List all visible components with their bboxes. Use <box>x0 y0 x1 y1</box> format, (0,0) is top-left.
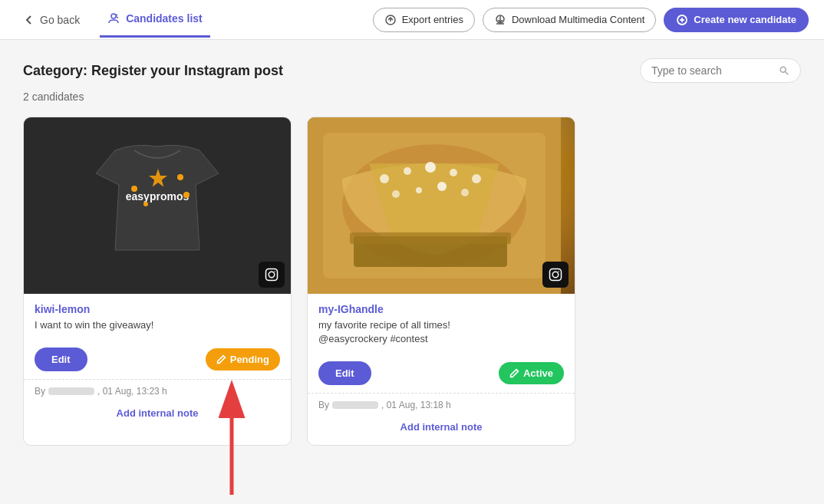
pencil-icon-1 <box>216 354 226 364</box>
by-label-2: By <box>318 400 329 410</box>
download-icon <box>494 14 506 26</box>
svg-point-16 <box>274 271 275 272</box>
svg-point-0 <box>111 14 116 18</box>
instagram-icon-1 <box>265 268 279 282</box>
svg-point-32 <box>552 272 559 278</box>
svg-point-15 <box>269 272 275 278</box>
card-desc-1: I want to win the giveaway! <box>35 318 280 332</box>
create-new-candidate-button[interactable]: Create new candidate <box>664 8 809 32</box>
card-footer-by-2: By , 01 Aug, 13:18 h <box>318 400 564 410</box>
svg-point-12 <box>183 192 190 198</box>
svg-point-24 <box>472 174 481 183</box>
card-footer-2: By , 01 Aug, 13:18 h Add internal note <box>308 393 575 445</box>
header-actions: Export entries Download Multimedia Conte… <box>373 8 809 32</box>
title-row: Category: Register your Instagram post <box>23 58 801 83</box>
go-back-button[interactable]: Go back <box>15 9 87 31</box>
candidates-icon <box>107 12 120 25</box>
card-desc-line1-2: my favorite recipe of all times! <box>318 319 450 331</box>
candidates-list-tab[interactable]: Candidates list <box>100 2 210 38</box>
by-label-1: By <box>35 386 45 397</box>
candidates-count: 2 candidates <box>23 91 801 103</box>
candidate-card-2: my-IGhandle my favorite recipe of all ti… <box>307 117 575 446</box>
export-entries-label: Export entries <box>402 14 463 25</box>
date-label-2: , 01 Aug, 13:18 h <box>381 400 451 410</box>
svg-point-26 <box>416 187 422 193</box>
export-entries-button[interactable]: Export entries <box>373 8 475 32</box>
svg-rect-31 <box>550 269 562 281</box>
card-image-1: easypromos <box>24 117 291 294</box>
svg-point-33 <box>558 271 559 272</box>
status-badge-1[interactable]: Pending <box>206 348 280 371</box>
status-label-2: Active <box>523 367 553 379</box>
tshirt-content: easypromos <box>73 127 242 284</box>
download-multimedia-button[interactable]: Download Multimedia Content <box>483 8 656 32</box>
svg-point-25 <box>392 190 400 198</box>
edit-button-2[interactable]: Edit <box>318 361 371 385</box>
card-actions-1: Edit Pending <box>24 348 291 379</box>
card-image-2 <box>308 117 575 294</box>
food-image <box>308 117 575 294</box>
card-footer-1: By , 01 Aug, 13:23 h Add internal note <box>24 379 291 431</box>
card-body-1: kiwi-lemon I want to win the giveaway! <box>24 294 291 348</box>
svg-rect-14 <box>266 269 278 281</box>
svg-point-27 <box>437 182 447 191</box>
plus-circle-icon <box>676 14 688 26</box>
date-label-1: , 01 Aug, 13:23 h <box>97 386 167 397</box>
export-icon <box>384 14 397 26</box>
card-body-2: my-IGhandle my favorite recipe of all ti… <box>308 294 575 361</box>
svg-point-21 <box>404 167 411 175</box>
pencil-icon-2 <box>509 368 519 378</box>
search-input[interactable] <box>651 64 773 77</box>
download-multimedia-label: Download Multimedia Content <box>512 14 644 25</box>
content: Category: Register your Instagram post 2… <box>0 40 824 464</box>
instagram-badge-1 <box>259 262 285 288</box>
card-actions-2: Edit Active <box>308 361 575 393</box>
card-footer-by-1: By , 01 Aug, 13:23 h <box>35 386 280 397</box>
svg-point-6 <box>780 67 786 72</box>
svg-point-28 <box>461 189 469 196</box>
add-internal-note-button-2[interactable]: Add internal note <box>318 415 564 439</box>
svg-point-11 <box>177 174 183 180</box>
search-icon <box>779 64 789 77</box>
svg-point-20 <box>380 174 389 183</box>
edit-button-1[interactable]: Edit <box>35 348 87 371</box>
create-new-candidate-label: Create new candidate <box>694 14 796 25</box>
svg-line-7 <box>786 72 789 75</box>
svg-text:easypromos: easypromos <box>126 190 190 203</box>
svg-point-13 <box>143 202 148 206</box>
author-blur-1 <box>48 387 94 395</box>
tshirt-svg: easypromos <box>73 127 242 281</box>
candidates-list-label: Candidates list <box>126 12 203 25</box>
card-handle-1: kiwi-lemon <box>35 303 280 315</box>
food-svg <box>308 117 561 294</box>
candidate-card-1: easypromos <box>23 117 292 446</box>
search-box <box>640 58 801 83</box>
svg-point-23 <box>450 169 457 176</box>
header: Go back Candidates list Export entries <box>0 0 824 40</box>
instagram-icon-2 <box>549 268 562 282</box>
chevron-left-icon <box>23 14 35 26</box>
status-badge-2[interactable]: Active <box>499 362 564 384</box>
card-desc-2: my favorite recipe of all times! @easycr… <box>318 318 564 346</box>
add-internal-note-button-1[interactable]: Add internal note <box>35 401 280 425</box>
svg-point-10 <box>131 186 137 192</box>
page-title: Category: Register your Instagram post <box>23 63 283 79</box>
instagram-badge-2 <box>542 262 569 288</box>
status-label-1: Pending <box>230 354 269 365</box>
go-back-label: Go back <box>40 14 80 26</box>
card-desc-line2-2: @easycrockery #contest <box>318 333 428 344</box>
card-handle-2: my-IGhandle <box>318 303 564 315</box>
author-blur-2 <box>332 401 378 409</box>
cards-grid: easypromos <box>23 117 575 446</box>
svg-point-22 <box>425 162 436 173</box>
tshirt-image: easypromos <box>24 117 291 294</box>
svg-rect-30 <box>350 232 511 244</box>
